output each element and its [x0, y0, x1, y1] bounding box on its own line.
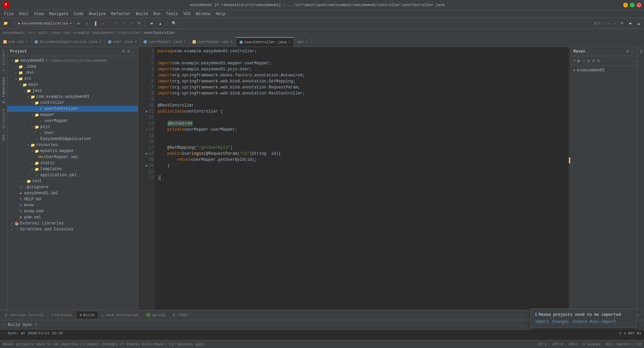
git-action-3[interactable]: ▰ [627, 20, 634, 26]
profile-button[interactable]: ⎓ [100, 20, 106, 26]
tree-templates[interactable]: ▸ 📁 templates [7, 166, 138, 172]
tab-usermapper-java-close[interactable]: × [183, 40, 185, 44]
git-commit-button[interactable]: ✓ [120, 20, 127, 26]
git-push-button[interactable]: ↑ [128, 20, 135, 26]
tab-pom-xml[interactable]: pom.xml × [0, 37, 31, 47]
git-update-button[interactable]: ✓ [112, 20, 119, 26]
breadcrumb-easydemo01[interactable]: easydemo01 [3, 31, 25, 35]
git-action-1[interactable]: ↑ [611, 20, 618, 26]
project-collapse-button[interactable]: − [132, 49, 135, 54]
bottom-tab-todo[interactable]: 6: TODO [169, 312, 191, 319]
tree-pom-xml[interactable]: m pom.xml [7, 214, 138, 220]
tree-iml[interactable]: ◈ easydemo01.iml [7, 190, 138, 196]
tab-easydemo01application[interactable]: Easydemo01Application.java × [31, 37, 105, 47]
tree-easydemo01application[interactable]: ⚡ Easydemo01Application [7, 136, 138, 142]
sync-close-btn[interactable]: × [35, 323, 37, 327]
run-config-selector[interactable]: ▶ Easydemo01Application ▾ [16, 20, 74, 26]
menu-help[interactable]: Help [213, 11, 228, 17]
tree-mvnw[interactable]: m mvnw [7, 202, 138, 208]
bottom-tab-version-control[interactable]: 9: Version Control [1, 312, 47, 319]
tree-usermapper[interactable]: ⚡ userMapper [7, 118, 138, 124]
status-indent[interactable]: 4 spaces [583, 342, 601, 346]
run-gutter-icon-2[interactable]: ▶ [146, 151, 148, 157]
git-fetch-button[interactable]: ↻ [136, 20, 143, 26]
tab-user-java[interactable]: User.java × [105, 37, 140, 47]
menu-code[interactable]: Code [71, 11, 86, 17]
maximize-button[interactable]: □ [630, 3, 635, 7]
tree-controller[interactable]: ▾ 📁 controller [7, 100, 138, 106]
git-action-2[interactable]: ↻ [619, 20, 626, 26]
tab-usercontroller-java[interactable]: userController.java × [236, 37, 294, 47]
tree-idea[interactable]: ▸ 📁 .idea [7, 64, 138, 70]
sync-label[interactable]: Sync [22, 323, 32, 327]
maven-skip-tests-button[interactable]: ⊗ [591, 58, 596, 64]
side-tab-web[interactable]: Web [1, 132, 7, 144]
bottom-tab-build[interactable]: ⚙ Build [76, 311, 98, 319]
status-cursor-position[interactable]: 22:1 [538, 342, 547, 346]
run-gutter-icon-3[interactable]: ▶ [146, 163, 148, 169]
status-line-separator[interactable]: CRLF [569, 342, 577, 346]
tree-mvnw-cmd[interactable]: m mvnw.cmd [7, 208, 138, 214]
breadcrumb-usercontroller[interactable]: userController [144, 31, 175, 35]
project-sync-button[interactable]: ⚙ [121, 49, 126, 54]
tree-test[interactable]: ▸ 📁 test [7, 178, 138, 184]
tree-root-easydemo01[interactable]: ▾ 📁 easydemo01 F:\1Repository\jt\easydem… [7, 58, 138, 64]
tree-help-md[interactable]: M HELP.md [7, 196, 138, 202]
tree-mvn[interactable]: ▸ 📁 .mvn [7, 70, 138, 76]
bottom-tab-spring[interactable]: 🌿 Spring [143, 311, 169, 319]
tree-usercontroller[interactable]: C userController [7, 106, 138, 112]
tab-user-java-close[interactable]: × [135, 40, 137, 44]
tab-usermapper-java[interactable]: userMapper.java × [140, 37, 189, 47]
menu-file[interactable]: File [1, 11, 16, 17]
tab-usermapper-xml[interactable]: UserMapper.xml × [189, 37, 236, 47]
tab-api[interactable]: api × [294, 37, 311, 47]
menu-build[interactable]: Build [133, 11, 151, 17]
tab-usermapper-xml-close[interactable]: × [230, 40, 232, 44]
bottom-tab-terminal[interactable]: ⌨ Terminal [48, 311, 75, 319]
side-tab-favorites[interactable]: 2: Favorites [1, 74, 7, 106]
side-tab-structure[interactable]: Structure [1, 106, 7, 131]
code-content[interactable]: package com.example.easydemo01.controlle… [155, 47, 568, 310]
menu-analyze[interactable]: Analyze [86, 11, 108, 17]
debug-button[interactable]: ♬ [84, 20, 90, 26]
menu-run[interactable]: Run [151, 11, 163, 17]
breadcrumb-easydemo01-pkg[interactable]: easydemo01 [93, 31, 115, 35]
tab-usercontroller-java-close[interactable]: × [288, 41, 290, 44]
maven-collapse-button[interactable]: ⊟ [596, 58, 601, 64]
tree-src[interactable]: ▾ 📁 src [7, 76, 138, 82]
maven-debug-button[interactable]: ♬ [582, 58, 586, 64]
maven-settings-button[interactable]: ⚙ [625, 49, 630, 54]
minimize-button[interactable]: − [623, 3, 628, 7]
tab-easydemo01application-close[interactable]: × [99, 40, 101, 44]
menu-refactor[interactable]: Refactor [108, 11, 133, 17]
tree-mybatis-mapper[interactable]: ▾ 📁 mybatis.mapper [7, 148, 138, 154]
breadcrumb-main[interactable]: main [39, 31, 47, 35]
tree-usermapper-xml[interactable]: XML UserMapper.xml [7, 154, 138, 160]
maven-reload-button[interactable]: ↺ [572, 58, 576, 64]
tree-scratches[interactable]: ▸ ⚡ Scratches and Consoles [7, 226, 138, 232]
search-everywhere-button[interactable]: 🔍 [170, 20, 178, 26]
menu-navigate[interactable]: Navigate [46, 11, 71, 17]
database-icon[interactable]: DB [638, 48, 644, 54]
tab-api-close[interactable]: × [306, 40, 308, 44]
build-project-button[interactable]: ▰ [148, 20, 155, 26]
enable-auto-import-link[interactable]: Enable Auto-Import [573, 320, 616, 324]
project-view-button[interactable]: 📁 [1, 20, 10, 26]
side-tab-project[interactable]: 1: Project [1, 47, 7, 74]
git-action-4[interactable]: ▲ [635, 20, 643, 26]
tree-pojo[interactable]: ▾ 📁 pojo [7, 124, 138, 130]
tree-com-example[interactable]: ▾ 📁 com.example.easydemo01 [7, 94, 138, 100]
coverage-button[interactable]: ▐ [92, 20, 98, 26]
tree-main[interactable]: ▾ 📁 main [7, 82, 138, 88]
spring-bean-gutter-icon[interactable]: ⚡ [146, 127, 148, 133]
breadcrumb-example[interactable]: example [74, 31, 89, 35]
run-gutter-icon[interactable]: ▶ [146, 109, 148, 115]
breadcrumb-controller[interactable]: controller [118, 31, 141, 35]
maven-toggle-offline-button[interactable]: ⊕ [586, 58, 591, 64]
maven-project-item[interactable]: ▸ m easydemo01 [572, 67, 636, 73]
maven-hide-button[interactable]: − [631, 49, 635, 54]
build-artifact-button[interactable]: ▲ [156, 20, 164, 26]
tree-application-yml[interactable]: ⚡ application.yml [7, 172, 138, 178]
tree-external-libs[interactable]: ▸ 📚 External Libraries [7, 220, 138, 226]
breadcrumb-src[interactable]: src [29, 31, 35, 35]
